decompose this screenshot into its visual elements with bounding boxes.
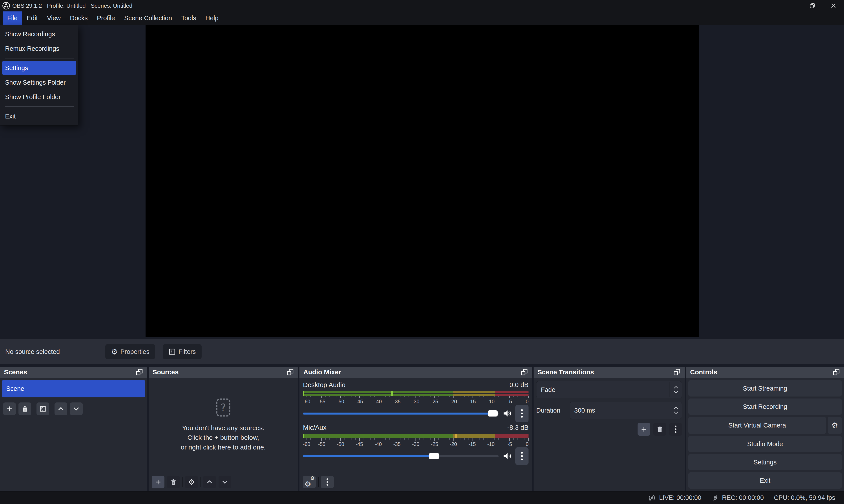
kebab-icon	[324, 478, 330, 486]
add-source-button[interactable]	[152, 476, 164, 488]
meter-scale-labels: -60-55-50-45-40-35-30-25-20-15-10-50	[303, 398, 528, 405]
popout-icon[interactable]	[136, 368, 143, 376]
menu-docks[interactable]: Docks	[65, 12, 92, 25]
channel-menu-button[interactable]	[515, 447, 528, 465]
scale-label: -5	[507, 399, 512, 404]
menu-file[interactable]: File	[3, 12, 22, 25]
volume-meter	[303, 391, 528, 396]
popout-icon[interactable]	[673, 368, 681, 376]
filters-label: Filters	[179, 348, 196, 356]
plus-icon	[155, 479, 162, 486]
file-menu-item-remux-recordings[interactable]: Remux Recordings	[2, 41, 76, 56]
scene-list-item[interactable]: Scene	[2, 380, 145, 397]
start-streaming-button[interactable]: Start Streaming	[688, 380, 842, 397]
menu-scene-collection[interactable]: Scene Collection	[120, 12, 177, 25]
filters-button[interactable]: Filters	[163, 344, 202, 359]
popout-icon[interactable]	[286, 368, 294, 376]
restore-button[interactable]	[802, 0, 823, 12]
duration-value: 300 ms	[574, 407, 595, 414]
toolbar-separator	[200, 477, 201, 487]
dock-panels: Scenes Scene	[0, 367, 844, 491]
minimize-icon	[788, 2, 794, 9]
studio-mode-button[interactable]: Studio Mode	[688, 436, 842, 452]
transition-select[interactable]: Fade	[536, 381, 682, 398]
plus-icon	[6, 405, 13, 412]
file-menu-item-settings[interactable]: Settings	[2, 61, 76, 75]
scene-up-button[interactable]	[55, 402, 67, 415]
meter-peak-tick	[391, 391, 393, 396]
source-toolbar-band: No source selected ⚙ Properties Filters	[0, 337, 844, 367]
toolbar-separator	[182, 477, 183, 487]
popout-icon[interactable]	[521, 368, 528, 376]
transition-menu-button[interactable]	[669, 423, 682, 436]
scene-down-button[interactable]	[70, 402, 83, 415]
close-button[interactable]	[823, 0, 844, 12]
file-menu-item-exit[interactable]: Exit	[2, 109, 76, 124]
scale-label: -5	[507, 442, 512, 447]
advanced-audio-button[interactable]: ⚙⚙	[303, 476, 316, 488]
chevron-up-icon	[57, 405, 65, 412]
speaker-icon[interactable]	[503, 409, 512, 418]
scale-label: -25	[431, 442, 438, 447]
virtual-camera-config-button[interactable]: ⚙	[828, 417, 842, 434]
source-down-button[interactable]	[218, 476, 231, 488]
chevron-down-icon	[674, 391, 679, 394]
duration-label: Duration	[536, 407, 570, 414]
menu-edit[interactable]: Edit	[22, 12, 42, 25]
main-area: Show RecordingsRemux RecordingsSettingsS…	[0, 25, 844, 337]
remove-transition-button[interactable]	[653, 423, 666, 436]
title-bar: OBS 29.1.2 - Profile: Untitled - Scenes:…	[0, 0, 844, 12]
channel-menu-button[interactable]	[515, 404, 528, 422]
menu-help[interactable]: Help	[201, 12, 223, 25]
scale-label: -50	[337, 442, 344, 447]
mixer-menu-button[interactable]	[321, 476, 334, 488]
sources-toolbar: ⚙	[149, 473, 298, 491]
settings-button[interactable]: Settings	[688, 454, 842, 470]
file-menu-item-show-profile-folder[interactable]: Show Profile Folder	[2, 90, 76, 104]
scale-label: -30	[412, 442, 419, 447]
toolbar-separator	[318, 477, 319, 487]
start-virtual-camera-button[interactable]: Start Virtual Camera	[688, 417, 826, 434]
scene-name: Scene	[6, 385, 24, 392]
empty-text-line: or right click here to add one.	[181, 443, 266, 452]
menu-view[interactable]: View	[42, 12, 65, 25]
menu-profile[interactable]: Profile	[92, 12, 120, 25]
empty-text-line: You don't have any sources.	[182, 423, 265, 433]
remove-scene-button[interactable]	[18, 402, 31, 415]
spinbox-arrows[interactable]	[674, 402, 679, 419]
exit-button[interactable]: Exit	[688, 472, 842, 489]
sources-empty-state: ? You don't have any sources. Click the …	[149, 378, 298, 473]
channel-name: Desktop Audio	[303, 381, 345, 389]
restore-icon	[809, 2, 815, 9]
window-title: OBS 29.1.2 - Profile: Untitled - Scenes:…	[12, 2, 132, 9]
properties-button[interactable]: ⚙ Properties	[105, 344, 155, 359]
scale-label: -45	[356, 399, 363, 404]
slider-handle[interactable]	[429, 453, 439, 459]
start-recording-button[interactable]: Start Recording	[688, 398, 842, 415]
speaker-icon[interactable]	[503, 451, 512, 461]
minimize-button[interactable]	[781, 0, 802, 12]
file-menu-item-show-recordings[interactable]: Show Recordings	[2, 27, 76, 41]
preview-canvas[interactable]	[146, 25, 699, 337]
add-transition-button[interactable]	[638, 423, 650, 436]
source-properties-button[interactable]: ⚙	[185, 476, 198, 488]
scenes-toolbar	[0, 400, 147, 418]
chevron-up-icon	[674, 386, 679, 389]
trash-icon	[21, 405, 29, 412]
file-menu-item-show-settings-folder[interactable]: Show Settings Folder	[2, 75, 76, 90]
volume-slider[interactable]	[303, 413, 499, 415]
source-up-button[interactable]	[203, 476, 216, 488]
unknown-source-icon: ?	[216, 398, 230, 416]
volume-slider[interactable]	[303, 455, 499, 457]
scale-label: -50	[337, 399, 344, 404]
popout-icon[interactable]	[832, 368, 840, 376]
chevron-up-icon	[674, 407, 679, 410]
sources-body[interactable]: ? You don't have any sources. Click the …	[149, 378, 298, 491]
slider-handle[interactable]	[488, 410, 498, 416]
remove-source-button[interactable]	[167, 476, 180, 488]
duration-spinbox[interactable]: 300 ms	[570, 402, 682, 419]
scene-filters-button[interactable]	[36, 402, 49, 415]
add-scene-button[interactable]	[3, 402, 16, 415]
menu-tools[interactable]: Tools	[177, 12, 201, 25]
controls-panel: Controls Start Streaming Start Recording…	[686, 367, 844, 491]
